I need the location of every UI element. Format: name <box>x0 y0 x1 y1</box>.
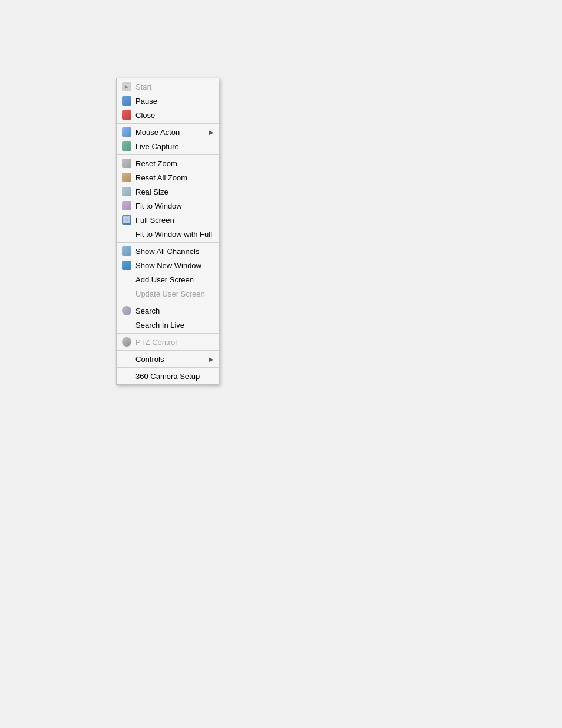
icon-live-capture <box>121 141 132 151</box>
icon-show-all-channels <box>121 246 132 256</box>
label-mouse-action: Mouse Acton <box>135 128 207 137</box>
label-search-in-live: Search In Live <box>135 321 214 330</box>
submenu-arrow-mouse-action: ▶ <box>209 129 214 136</box>
menu-item-update-user-screen: Update User Screen <box>117 286 219 301</box>
label-close: Close <box>135 111 214 120</box>
context-menu: StartPauseCloseMouse Acton▶Live CaptureR… <box>116 78 219 385</box>
menu-item-camera-setup[interactable]: 360 Camera Setup <box>117 369 219 383</box>
separator-18 <box>117 302 219 302</box>
label-ptz-control: PTZ Control <box>135 338 214 347</box>
label-show-all-channels: Show All Channels <box>135 247 214 256</box>
menu-item-show-all-channels[interactable]: Show All Channels <box>117 244 219 258</box>
label-live-capture: Live Capture <box>135 142 214 151</box>
separator-21 <box>117 333 219 334</box>
separator-3 <box>117 123 219 124</box>
separator-25 <box>117 367 219 368</box>
menu-item-controls[interactable]: Controls▶ <box>117 352 219 366</box>
icon-pause <box>121 95 132 106</box>
label-pause: Pause <box>135 97 214 106</box>
label-add-user-screen: Add User Screen <box>135 275 214 284</box>
icon-mouse-action <box>121 127 132 137</box>
menu-item-live-capture[interactable]: Live Capture <box>117 139 219 153</box>
label-controls: Controls <box>135 355 207 364</box>
menu-item-reset-all-zoom[interactable]: Reset All Zoom <box>117 170 219 185</box>
menu-item-search-in-live[interactable]: Search In Live <box>117 318 219 332</box>
menu-item-real-size[interactable]: Real Size <box>117 185 219 199</box>
submenu-arrow-controls: ▶ <box>209 356 214 363</box>
icon-search-in-live <box>121 319 132 330</box>
label-search: Search <box>135 307 214 315</box>
menu-item-full-screen[interactable]: Full Screen <box>117 213 219 227</box>
menu-item-fit-window-full[interactable]: Fit to Window with Full <box>117 227 219 241</box>
icon-controls <box>121 354 132 364</box>
label-fit-to-window: Fit to Window <box>135 202 214 210</box>
icon-reset-all-zoom <box>121 172 132 183</box>
icon-update-user-screen <box>121 288 132 299</box>
label-show-new-window: Show New Window <box>135 261 214 270</box>
menu-item-show-new-window[interactable]: Show New Window <box>117 258 219 272</box>
icon-search <box>121 305 132 316</box>
label-full-screen: Full Screen <box>135 216 214 225</box>
icon-camera-setup <box>121 371 132 381</box>
menu-item-search[interactable]: Search <box>117 304 219 318</box>
menu-item-mouse-action[interactable]: Mouse Acton▶ <box>117 125 219 139</box>
separator-13 <box>117 242 219 243</box>
label-fit-window-full: Fit to Window with Full <box>135 230 214 239</box>
icon-real-size <box>121 186 132 197</box>
icon-add-user-screen <box>121 274 132 285</box>
separator-23 <box>117 350 219 351</box>
menu-item-fit-to-window[interactable]: Fit to Window <box>117 199 219 213</box>
icon-reset-zoom <box>121 158 132 169</box>
icon-full-screen <box>121 215 132 225</box>
icon-show-new-window <box>121 260 132 271</box>
menu-item-start: Start <box>117 80 219 94</box>
label-start: Start <box>135 83 214 91</box>
label-update-user-screen: Update User Screen <box>135 289 214 298</box>
menu-item-pause[interactable]: Pause <box>117 94 219 108</box>
icon-ptz-control <box>121 337 132 347</box>
menu-item-close[interactable]: Close <box>117 108 219 122</box>
label-reset-zoom: Reset Zoom <box>135 159 214 168</box>
menu-item-ptz-control: PTZ Control <box>117 335 219 349</box>
icon-start <box>121 81 132 92</box>
icon-fit-window-full <box>121 229 132 239</box>
separator-6 <box>117 154 219 155</box>
label-real-size: Real Size <box>135 187 214 196</box>
label-camera-setup: 360 Camera Setup <box>135 372 214 381</box>
menu-item-reset-zoom[interactable]: Reset Zoom <box>117 156 219 170</box>
menu-item-add-user-screen[interactable]: Add User Screen <box>117 272 219 286</box>
label-reset-all-zoom: Reset All Zoom <box>135 173 214 182</box>
icon-close <box>121 110 132 120</box>
icon-fit-to-window <box>121 200 132 211</box>
